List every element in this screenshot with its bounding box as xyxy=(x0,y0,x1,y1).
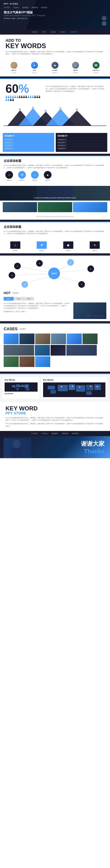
cases-label: CASES xyxy=(52,69,58,71)
world-map-mini xyxy=(5,382,38,392)
hot-subtitle: 作品展示 xyxy=(12,292,19,294)
contact-sublabel: 联系我们 xyxy=(94,72,99,74)
hero-nav-item-1[interactable]: 关于我们 xyxy=(4,6,10,9)
hero-nav-item-3[interactable]: 案例展示 xyxy=(22,6,29,9)
divider-3 xyxy=(0,220,110,222)
divider-6 xyxy=(0,372,110,374)
case-photo-7 xyxy=(4,345,34,355)
keystore-section: KEY WORD PPT STORE PPT STORE始终坚持以客户为中心，不… xyxy=(0,402,110,431)
contact-label: CONTACT xyxy=(93,69,100,71)
person-icon-4 xyxy=(12,95,14,98)
case-photo-12 xyxy=(20,356,34,367)
cases-mosaic xyxy=(4,334,106,367)
photo-thumb-1 xyxy=(3,202,37,212)
footer-nav-5[interactable]: 联系我们 xyxy=(72,432,79,435)
click-section-2: 点击添加标题 PPT STORE始终坚持以客户为中心，不断创新，为客户提供了了解… xyxy=(0,222,110,240)
footer-nav-1[interactable]: 关于我们 xyxy=(31,432,38,435)
footer-nav-4[interactable]: 新闻资讯 xyxy=(62,432,69,435)
text-content-1: Commit to Providing Customers With More … xyxy=(0,214,110,220)
logo: PPT STORE xyxy=(4,3,106,5)
cases-icon: ◆ xyxy=(54,64,56,67)
case-photo-3 xyxy=(35,334,50,344)
percent-section: 60 % xyxy=(0,79,110,104)
person-icon-17 xyxy=(5,98,7,101)
nav-icon-about[interactable]: ⌂ ABOUT 关于我们 xyxy=(10,62,17,74)
svg-line-39 xyxy=(27,277,49,282)
four-icon-item-2: ★ 添加文字 xyxy=(29,241,54,251)
four-icon-label-4: 添加文字 xyxy=(92,250,97,251)
click-icon-text-4: 添加文字 xyxy=(45,180,50,181)
tab-3[interactable]: Tab 3 xyxy=(24,297,34,301)
case-photo-5 xyxy=(67,334,82,344)
tab-2[interactable]: Tab 2 xyxy=(14,297,24,301)
nav-icon-contact[interactable]: ☎ CONTACT 联系我们 xyxy=(93,62,100,74)
nav-contact[interactable]: CONTACT xyxy=(70,31,78,33)
person-icon-7 xyxy=(19,95,21,98)
click-icon-circle-3: ⌕ xyxy=(31,171,39,179)
svg-line-30 xyxy=(59,265,68,269)
nav-icon-news[interactable]: ≡ NEWS 新闻资讯 xyxy=(72,62,79,74)
hero-nav-item-2[interactable]: 产品中心 xyxy=(13,6,20,9)
cases-section: CASES 作品展示 xyxy=(0,324,110,372)
col-dark-item-3: 添加标题文字 xyxy=(58,144,105,147)
wide-photo-text: Commit to Providing Customers With More … xyxy=(34,197,76,199)
four-icon-box-1: ⌂ xyxy=(10,241,20,249)
tab-image: PPT STORE xyxy=(73,303,106,319)
case-photo-8 xyxy=(35,345,50,355)
col-blue-item-2: 添加标题文字 xyxy=(5,141,52,144)
nav-icon-cases[interactable]: ◆ CASES 案例展示 xyxy=(51,62,59,74)
icon-1: ⌂ xyxy=(14,243,16,247)
col-dark-item-2: 添加标题文字 xyxy=(58,141,105,144)
keywords-section: ADD TO KEY WORDS PPT STORE始终坚持以客户为中心，不断创… xyxy=(0,35,110,59)
hero-title-en: Clean Atmosphere Business PPT Template xyxy=(4,14,106,17)
footer-nav-2[interactable]: 产品中心 xyxy=(41,432,48,435)
click-icon-3: ⌕ 添加文字 xyxy=(29,171,40,181)
person-icon-6 xyxy=(16,95,19,98)
cases-sublabel: 案例展示 xyxy=(52,72,58,74)
four-icon-item-4: ≡ 添加文字 xyxy=(82,241,107,251)
col-blue-item-4: 添加标题文字 xyxy=(5,147,52,150)
footer-nav-3[interactable]: 案例展示 xyxy=(52,432,58,435)
hot-title: HOT xyxy=(4,291,11,295)
nav-hot[interactable]: HOT xyxy=(42,31,46,33)
wide-photo: Commit to Providing Customers With More … xyxy=(0,186,110,200)
svg-point-69 xyxy=(13,440,20,449)
case-photo-11 xyxy=(4,356,19,367)
click-icons-row: ⌂ 添加文字 ⊞ 添加文字 ⌕ 添加文字 ▲ 添加文字 xyxy=(4,171,106,181)
nav-news[interactable]: NEWS xyxy=(61,31,66,33)
home-icon-2: ⌂ xyxy=(8,173,10,177)
nav-about[interactable]: ABOUT xyxy=(32,31,38,33)
person-icon-13 xyxy=(32,95,34,98)
svg-point-49 xyxy=(14,387,15,388)
svg-rect-43 xyxy=(12,385,15,387)
nav-cases[interactable]: CASES xyxy=(50,31,56,33)
person-writing-svg xyxy=(4,438,31,458)
svg-rect-44 xyxy=(16,384,20,387)
about-icon: ⌂ xyxy=(13,64,15,67)
hero-nav-item-5[interactable]: 联系我们 xyxy=(41,6,48,9)
hot-label: HOT xyxy=(33,69,36,71)
news-label: NEWS xyxy=(73,69,78,71)
col-blue: 添加标题文字 添加标题文字 添加标题文字 添加标题文字 添加标题文字 xyxy=(3,133,54,152)
col-blue-label: 添加标题文字 xyxy=(5,135,52,137)
home-icon: ⌂ xyxy=(104,23,105,25)
click-title-2: 点击添加标题 xyxy=(4,225,106,229)
world-map-svg-1 xyxy=(11,383,31,391)
person-icon-1 xyxy=(5,95,7,98)
person-icon-12 xyxy=(30,95,32,98)
keystore-title-2: PPT STORE xyxy=(5,411,105,415)
percent-number: 60 xyxy=(5,83,19,94)
hero-title-cn: 简洁大气商务PPT模版 xyxy=(4,11,106,14)
person-icon-19 xyxy=(10,98,12,101)
watermark: PPT STORE xyxy=(86,315,105,318)
world-map-svg-2 xyxy=(47,383,102,397)
col-dark-label: 添加标题文字 xyxy=(58,135,105,137)
col-dark: 添加标题文字 添加标题文字 添加标题文字 添加标题文字 添加标题文字 xyxy=(56,133,107,152)
svg-rect-52 xyxy=(48,386,55,390)
hero-nav-item-4[interactable]: 新闻资讯 xyxy=(32,6,38,9)
svg-point-50 xyxy=(20,386,21,386)
nav-icon-hot[interactable]: ★ HOT 产品中心 xyxy=(31,62,38,74)
tab-1[interactable]: Tab 1 xyxy=(4,297,14,301)
chart-section: 55 75 45 80 60 xyxy=(0,104,110,131)
click-desc-1: PPT STORE始终坚持以客户为中心，不断创新，为客户提供了了解了PPT ST… xyxy=(4,164,106,169)
